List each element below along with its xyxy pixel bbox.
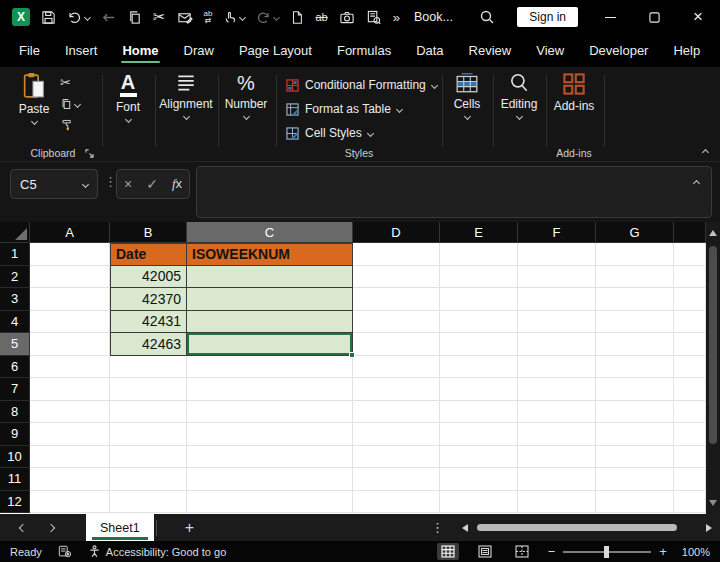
alignment-button[interactable]: Alignment	[155, 72, 217, 119]
cell-G8[interactable]	[596, 401, 674, 424]
column-header-E[interactable]: E	[440, 222, 518, 243]
prev-sheet-icon[interactable]	[19, 523, 27, 531]
editing-button[interactable]: Editing	[493, 72, 545, 119]
column-header-F[interactable]: F	[518, 222, 596, 243]
scroll-up-icon[interactable]	[709, 230, 717, 236]
fill-handle[interactable]	[349, 352, 355, 358]
cell-D10[interactable]	[353, 446, 440, 469]
cell-G4[interactable]	[596, 311, 674, 334]
cell-E9[interactable]	[440, 423, 518, 446]
scroll-right-icon[interactable]	[706, 524, 712, 532]
cell-A10[interactable]	[30, 446, 110, 469]
page-layout-view-button[interactable]	[474, 543, 496, 560]
vertical-scroll-thumb[interactable]	[709, 246, 717, 444]
font-button[interactable]: A Font	[102, 72, 154, 122]
sheet-tab-sheet1[interactable]: Sheet1	[86, 514, 154, 541]
cell-G2[interactable]	[596, 266, 674, 289]
cell-A8[interactable]	[30, 401, 110, 424]
cell-E10[interactable]	[440, 446, 518, 469]
cancel-icon[interactable]: ×	[124, 176, 132, 192]
cell-F6[interactable]	[518, 356, 596, 379]
cell-B1[interactable]: Date	[110, 243, 187, 266]
row-header-6[interactable]: 6	[0, 356, 30, 379]
vertical-scrollbar[interactable]	[706, 222, 720, 514]
column-header-D[interactable]: D	[353, 222, 440, 243]
cell-D6[interactable]	[353, 356, 440, 379]
collapse-ribbon-icon[interactable]	[702, 149, 709, 156]
cell-F1[interactable]	[518, 243, 596, 266]
cell-F8[interactable]	[518, 401, 596, 424]
column-header-G[interactable]: G	[596, 222, 674, 243]
clipboard-dialog-launcher-icon[interactable]	[85, 149, 94, 158]
zoom-in-icon[interactable]: +	[659, 544, 667, 559]
normal-view-button[interactable]	[437, 543, 459, 560]
strikethrough-icon[interactable]: ab	[315, 11, 327, 23]
cell-B8[interactable]	[110, 401, 187, 424]
select-all-corner[interactable]	[0, 222, 30, 243]
cell-C1[interactable]: ISOWEEKNUM	[187, 243, 353, 266]
camera-icon[interactable]	[339, 10, 355, 25]
cell-E5[interactable]	[440, 333, 518, 356]
new-file-icon[interactable]	[290, 10, 304, 25]
cell-F12[interactable]	[518, 491, 596, 514]
cell-A3[interactable]	[30, 288, 110, 311]
cell-G12[interactable]	[596, 491, 674, 514]
tab-file[interactable]: File	[18, 39, 41, 62]
page-break-view-button[interactable]	[511, 543, 533, 560]
cell-G5[interactable]	[596, 333, 674, 356]
cell-A1[interactable]	[30, 243, 110, 266]
cut-button[interactable]: ✂	[60, 75, 80, 90]
cell-C5[interactable]	[187, 333, 353, 356]
column-header-B[interactable]: B	[110, 222, 187, 243]
scroll-down-icon[interactable]	[709, 500, 717, 506]
zoom-slider[interactable]: − +	[548, 544, 667, 559]
search-icon[interactable]	[479, 9, 495, 25]
save-icon[interactable]	[41, 10, 56, 25]
cell-F9[interactable]	[518, 423, 596, 446]
excel-logo-icon[interactable]: X	[12, 8, 30, 26]
cell-styles-button[interactable]: Cell Styles	[278, 121, 440, 145]
cell-D11[interactable]	[353, 468, 440, 491]
conditional-formatting-button[interactable]: Conditional Formatting	[278, 73, 440, 97]
cell-A2[interactable]	[30, 266, 110, 289]
minimize-button[interactable]	[588, 0, 632, 34]
cell-C8[interactable]	[187, 401, 353, 424]
cell-B11[interactable]	[110, 468, 187, 491]
redo-icon[interactable]	[256, 10, 279, 25]
cell-E7[interactable]	[440, 378, 518, 401]
print-preview-icon[interactable]	[366, 10, 382, 25]
cell-F2[interactable]	[518, 266, 596, 289]
cell-E11[interactable]	[440, 468, 518, 491]
cell-D12[interactable]	[353, 491, 440, 514]
cell-B5[interactable]: 42463	[110, 333, 187, 356]
cell-E1[interactable]	[440, 243, 518, 266]
back-icon[interactable]	[101, 10, 116, 25]
tab-draw[interactable]: Draw	[183, 39, 215, 62]
row-header-5[interactable]: 5	[0, 333, 30, 356]
find-replace-icon[interactable]: ab⇄	[204, 10, 213, 24]
cell-B2[interactable]: 42005	[110, 266, 187, 289]
cell-B12[interactable]	[110, 491, 187, 514]
tab-review[interactable]: Review	[468, 39, 513, 62]
accessibility-status-button[interactable]: Accessibility: Good to go	[88, 545, 226, 558]
cell-F5[interactable]	[518, 333, 596, 356]
cell-G7[interactable]	[596, 378, 674, 401]
touch-mode-icon[interactable]	[223, 10, 245, 25]
cell-D4[interactable]	[353, 311, 440, 334]
row-header-11[interactable]: 11	[0, 468, 30, 491]
cell-C7[interactable]	[187, 378, 353, 401]
cell-B7[interactable]	[110, 378, 187, 401]
name-box[interactable]: C5	[10, 169, 98, 199]
cell-A9[interactable]	[30, 423, 110, 446]
cell-A4[interactable]	[30, 311, 110, 334]
enter-icon[interactable]: ✓	[146, 176, 158, 192]
row-header-2[interactable]: 2	[0, 266, 30, 289]
insert-function-icon[interactable]: fx	[172, 176, 182, 192]
column-header-C[interactable]: C	[187, 222, 353, 243]
tab-insert[interactable]: Insert	[64, 39, 99, 62]
next-sheet-icon[interactable]	[47, 523, 55, 531]
tab-view[interactable]: View	[535, 39, 565, 62]
cell-C12[interactable]	[187, 491, 353, 514]
tab-developer[interactable]: Developer	[588, 39, 649, 62]
tab-help[interactable]: Help	[672, 39, 701, 62]
